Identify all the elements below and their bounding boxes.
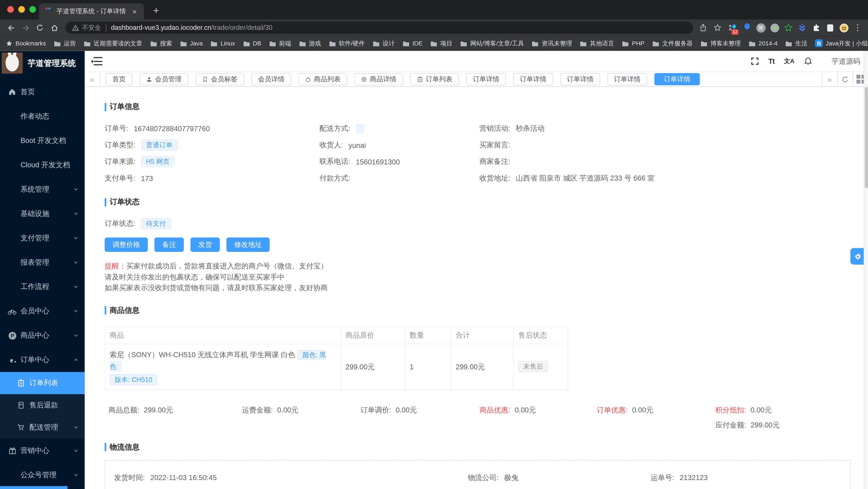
home-icon — [8, 87, 17, 96]
sidebar-item-workflow[interactable]: 工作流程 — [0, 275, 85, 299]
section-order-info: 订单信息 — [105, 102, 856, 112]
bookmark-folder[interactable]: 2014-4 — [749, 40, 777, 47]
remark-button[interactable]: 备注 — [154, 238, 184, 252]
page-tab-order-detail[interactable]: 订单详情 — [608, 73, 647, 85]
bookmark-folder[interactable]: 资讯未整理 — [532, 39, 572, 47]
sidebar-item-after-sale-refund[interactable]: 售后退款 — [0, 394, 85, 416]
url-bar[interactable]: 不安全 dashboard-vue3.yudao.iocoder.cn/trad… — [65, 22, 693, 34]
page-tab-order-detail[interactable]: 订单详情 — [560, 73, 600, 85]
bookmark-folder[interactable]: IDE — [402, 40, 423, 47]
sidebar-item-order-list[interactable]: 订单列表 — [0, 372, 85, 394]
sidebar-item-home[interactable]: 首页 — [0, 80, 85, 104]
page-tab-order-detail-active[interactable]: 订单详情 — [654, 73, 700, 85]
tabs-refresh-icon[interactable] — [837, 72, 852, 86]
extension-star-icon[interactable] — [782, 22, 795, 34]
bookmark-folder[interactable]: 项目 — [430, 39, 453, 47]
sidebar-item-product-center[interactable]: P 商品中心 — [0, 323, 85, 347]
page-scrollbar[interactable] — [864, 51, 868, 489]
bookmark-folder[interactable]: 游戏 — [299, 39, 321, 47]
sidebar-item-boot-docs[interactable]: Boot 开发文档 — [0, 128, 85, 153]
reload-button[interactable] — [33, 21, 46, 34]
sidebar-item-system[interactable]: 系统管理 — [0, 177, 85, 202]
close-window-button[interactable] — [7, 6, 14, 13]
bookmark-folder[interactable]: 博客未整理 — [701, 39, 741, 47]
sidebar-item-report[interactable]: 报表管理 — [0, 250, 85, 275]
bookmark-star-icon[interactable] — [711, 21, 724, 34]
home-button[interactable] — [48, 21, 61, 34]
tab-close-icon[interactable]: × — [130, 7, 139, 16]
settings-gear-button[interactable] — [850, 248, 865, 265]
sidebar-item-order-center[interactable]: e 订单中心 — [0, 347, 85, 372]
bell-icon[interactable] — [804, 57, 812, 65]
sidebar-item-marketing-center[interactable]: 营销中心 — [0, 438, 85, 463]
bookmark-folder[interactable]: 生活 — [785, 39, 808, 47]
page-tab-product-list[interactable]: 商品列表 — [299, 73, 347, 85]
tabs-scroll-left-icon[interactable]: « — [85, 72, 100, 86]
page-tab-member-detail[interactable]: 会员详情 — [251, 73, 291, 85]
extension-reader-icon[interactable] — [824, 22, 836, 34]
app-logo[interactable]: 芋道管理系统 — [0, 51, 85, 75]
sidebar-item-infra[interactable]: 基础设施 — [0, 202, 85, 226]
bookmark-folder[interactable]: DB — [243, 40, 261, 47]
bookmark-folder[interactable]: 前端 — [269, 39, 291, 47]
bookmark-java-group[interactable]: BJava开发 | 小组首... — [815, 39, 868, 47]
ship-button[interactable]: 发货 — [190, 238, 220, 252]
page-tab-member-mgmt[interactable]: 会员管理 — [140, 73, 188, 85]
extension-record-icon[interactable] — [768, 22, 780, 34]
share-icon[interactable] — [696, 21, 710, 34]
bookmark-folder[interactable]: 运营 — [54, 39, 76, 47]
bookmark-folder[interactable]: 文件服务器 — [652, 39, 693, 47]
extension-command-icon[interactable]: ⌘ — [755, 22, 767, 34]
sidebar-item-member-center[interactable]: 会员中心 — [0, 299, 85, 323]
bookmark-folder[interactable]: Java — [180, 40, 203, 47]
new-tab-button[interactable]: + — [150, 4, 163, 18]
bookmark-folder[interactable]: 软件/硬件 — [329, 39, 365, 47]
ship-time-value: 2022-11-03 16:50:45 — [150, 473, 217, 481]
scrollbar-thumb[interactable] — [865, 87, 868, 188]
page-tab-order-detail[interactable]: 订单详情 — [513, 73, 553, 85]
font-size-icon[interactable]: Tt — [768, 57, 775, 65]
page-tab-product-detail[interactable]: 商品详情 — [354, 73, 403, 85]
adjust-value: 0.00元 — [396, 405, 417, 414]
sidebar-item-author-news[interactable]: 作者动态 — [0, 104, 85, 128]
extension-chevrons-icon[interactable] — [796, 22, 808, 34]
browser-tab[interactable]: 芋道管理系统 - 订单详情 × — [39, 3, 144, 19]
browser-toolbar: 不安全 dashboard-vue3.yudao.iocoder.cn/trad… — [0, 19, 868, 36]
profile-avatar[interactable] — [838, 22, 850, 34]
language-icon[interactable]: 文A — [784, 57, 795, 65]
status-label: 订单状态: — [105, 219, 135, 228]
bookmark-folder[interactable]: PHP — [622, 40, 644, 47]
page-tab-order-list[interactable]: 订单列表 — [410, 73, 459, 85]
minimize-window-button[interactable] — [18, 6, 25, 13]
collapse-sidebar-icon[interactable] — [91, 57, 102, 66]
bookmark-folder[interactable]: 近期需要读的文章 — [84, 39, 142, 47]
bookmark-folder[interactable]: 搜索 — [150, 39, 172, 47]
sidebar-item-delivery-mgmt[interactable]: 配送管理 — [0, 416, 85, 438]
sidebar-item-official-account[interactable]: 公众号管理 — [0, 463, 85, 487]
bookmark-folder[interactable]: Linux — [211, 40, 235, 47]
extensions-puzzle-icon[interactable] — [810, 22, 822, 34]
extension-translate-icon[interactable]: 12 — [727, 22, 739, 34]
back-button[interactable] — [4, 21, 18, 34]
bookmark-folder[interactable]: 设计 — [373, 39, 395, 47]
bookmark-folder[interactable]: 网站/博客/文章/工具 — [460, 39, 524, 47]
adjust-price-button[interactable]: 调整价格 — [105, 238, 148, 252]
page-tab-order-detail[interactable]: 订单详情 — [466, 73, 506, 85]
zoom-window-button[interactable] — [29, 6, 36, 13]
edit-address-button[interactable]: 修改地址 — [226, 238, 270, 252]
fullscreen-icon[interactable] — [750, 57, 759, 65]
forward-button[interactable] — [19, 21, 32, 34]
goods-total-label: 商品总额: — [108, 405, 140, 414]
extension-balloon-icon[interactable] — [741, 22, 753, 34]
page-tab-home[interactable]: 首页 — [106, 73, 132, 85]
window-controls[interactable] — [7, 6, 36, 13]
tabs-scroll-right-icon[interactable]: » — [822, 72, 837, 86]
sidebar-item-pay[interactable]: 支付管理 — [0, 226, 85, 250]
sidebar-item-cloud-docs[interactable]: Cloud 开发文档 — [0, 153, 85, 177]
page-tab-member-tag[interactable]: 会员标签 — [195, 73, 244, 85]
browser-menu-icon[interactable] — [851, 22, 864, 34]
product-quantity: 1 — [405, 344, 451, 390]
user-menu[interactable]: 芋道源码 — [832, 56, 860, 66]
bookmarks-root[interactable]: Bookmarks — [5, 39, 46, 47]
bookmark-folder[interactable]: 其他语言 — [580, 39, 614, 47]
